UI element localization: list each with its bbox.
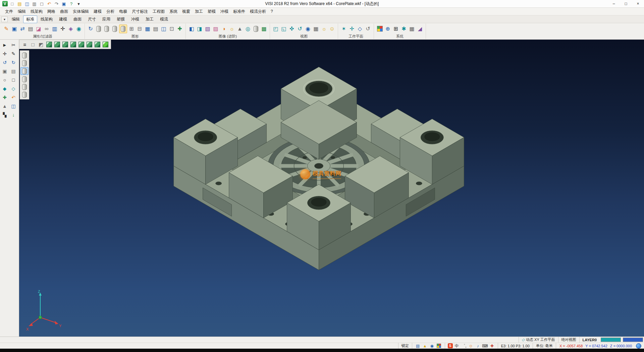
tab-machining[interactable]: 加工	[143, 15, 157, 23]
attribute-transfer-icon[interactable]: ⇄	[19, 25, 26, 33]
tab-surface[interactable]: 曲面	[70, 15, 85, 23]
menu-mold[interactable]: 塑模	[205, 8, 218, 15]
toolbar-caret-icon[interactable]: ▾	[1, 16, 8, 22]
tab-wireframe[interactable]: 线架构	[38, 15, 56, 23]
view-cube-left-icon[interactable]	[77, 41, 85, 48]
voice-input-icon[interactable]: ♪	[475, 343, 481, 348]
menu-machining[interactable]: 加工	[193, 8, 205, 15]
menu-flow-analysis[interactable]: 模流分析	[248, 8, 268, 15]
view-cube-front-icon[interactable]	[61, 41, 69, 48]
view-mode-indicator[interactable]: 绝对视图	[558, 337, 579, 343]
menu-surface[interactable]: 曲面	[58, 8, 70, 15]
color-swatch-blue[interactable]	[623, 338, 643, 342]
redo-icon[interactable]: ↷	[53, 1, 60, 7]
menu-window[interactable]: 视窗	[180, 8, 193, 15]
export-icon[interactable]: ↓	[9, 111, 17, 119]
menu-analysis[interactable]: 分析	[104, 8, 117, 15]
add-entity-icon[interactable]: ✚	[1, 94, 9, 101]
view-cube-bottom-icon[interactable]	[94, 41, 101, 48]
pick-filter-icon[interactable]: ✛	[59, 25, 66, 33]
contrast-icon[interactable]: ◑	[220, 25, 227, 33]
triangle-mesh-icon[interactable]: ▲	[1, 102, 9, 110]
layer-cylinder-icon[interactable]	[111, 25, 118, 33]
menu-mesh[interactable]: 网格	[45, 8, 58, 15]
view-cube-top-icon[interactable]	[53, 41, 61, 48]
select-arrow-icon[interactable]: ►	[1, 41, 9, 49]
surface-analysis-icon[interactable]: ◢	[416, 25, 424, 33]
preview-icon[interactable]: ◻	[38, 1, 45, 7]
render-cylinder-icon[interactable]	[252, 25, 260, 33]
view-cube-right-icon[interactable]	[69, 41, 77, 48]
grid-settings-icon[interactable]: ⊞	[392, 25, 399, 33]
workplane-new-icon[interactable]: ◇	[356, 25, 364, 33]
attribute-copy-icon[interactable]: ▣	[11, 25, 18, 33]
zoom-fit-icon[interactable]: ◱	[280, 25, 287, 33]
undo-icon[interactable]: ↶	[46, 1, 53, 7]
view-center-icon[interactable]: ◉	[304, 25, 312, 33]
hidden-line-icon[interactable]: ▲	[236, 25, 244, 33]
sketch-icon[interactable]: ✎	[9, 50, 17, 57]
tab-dimension[interactable]: 尺寸	[85, 15, 99, 23]
visi-logo-icon[interactable]	[1, 1, 8, 7]
magic-select-icon[interactable]: ◈	[67, 25, 74, 33]
menu-solid-edit[interactable]: 实体编辑	[70, 8, 91, 15]
filter-list-icon[interactable]: ▤	[27, 25, 34, 33]
print-icon[interactable]: ▥	[31, 1, 38, 7]
menu-system[interactable]: 系统	[167, 8, 180, 15]
half-render-icon[interactable]: ◨	[196, 25, 203, 33]
chinese-mode-icon[interactable]: 中	[454, 343, 460, 348]
viewport-menu-icon[interactable]: ≡	[21, 41, 29, 48]
color-grid-icon[interactable]	[376, 25, 383, 33]
tab-modeling[interactable]: 建模	[56, 15, 70, 23]
pan-icon[interactable]: ✜	[288, 25, 296, 33]
notes-icon[interactable]: ▤	[9, 68, 17, 75]
quickbar-caret-icon[interactable]: ▾	[75, 1, 82, 7]
transparency-icon[interactable]: ◎	[244, 25, 252, 33]
eraser-icon[interactable]: ◪	[35, 25, 42, 33]
solid-icon[interactable]: ◆	[1, 85, 9, 92]
texture-icon[interactable]: ▧	[204, 25, 211, 33]
zoom-window-icon[interactable]: ◰	[272, 25, 279, 33]
warning-status-icon[interactable]: ▲	[422, 343, 428, 348]
maximize-button[interactable]: □	[620, 0, 632, 7]
sogou-input-icon[interactable]: S	[448, 343, 453, 348]
layer-cylinder-icon[interactable]	[103, 25, 110, 33]
new-file-icon[interactable]: □	[9, 1, 16, 7]
tab-edit[interactable]: 编辑	[9, 15, 23, 23]
menu-modeling[interactable]: 建模	[91, 8, 104, 15]
tab-flow[interactable]: 模流	[157, 15, 171, 23]
copy-entity-icon[interactable]: ▣	[1, 68, 9, 75]
refresh-redraw-icon[interactable]: ↻	[87, 25, 94, 33]
viewport-3d[interactable]: ≡□◩ 模具资料网 Z X Y	[19, 40, 644, 337]
multi-view-icon[interactable]: ▦	[312, 25, 320, 33]
menu-wireframe[interactable]: 线架构	[28, 8, 45, 15]
close-button[interactable]: ×	[632, 0, 644, 7]
shading-icon[interactable]: ◧	[188, 25, 195, 33]
select-face-icon[interactable]: ◩	[37, 41, 45, 48]
circle-icon[interactable]: ○	[1, 76, 9, 84]
menu-standard-parts[interactable]: 标准件	[231, 8, 248, 15]
tab-mold[interactable]: 塑膜	[114, 15, 128, 23]
rect-icon[interactable]: □	[9, 76, 17, 84]
hatch-icon[interactable]: ▚	[1, 111, 9, 119]
rotate-view-icon[interactable]: ↺	[296, 25, 304, 33]
tab-die[interactable]: 冲模	[128, 15, 142, 23]
link-chain-icon[interactable]: ∞	[43, 25, 50, 33]
snap-settings-icon[interactable]: ✱	[400, 25, 408, 33]
pattern-icon[interactable]: ▩	[260, 25, 268, 33]
doc-slot-icon[interactable]	[21, 91, 28, 98]
view-cube-dynamic-icon[interactable]	[102, 41, 109, 48]
copy-icon[interactable]: ▣	[60, 1, 67, 7]
menu-drawing[interactable]: 工程图	[150, 8, 167, 15]
menu-die[interactable]: 冲模	[218, 8, 231, 15]
workplane-rotate-icon[interactable]: ↺	[364, 25, 372, 33]
clipboard-status-icon[interactable]: ▤	[415, 343, 421, 348]
menu-electrode[interactable]: 电极	[117, 8, 129, 15]
palette-status-icon[interactable]	[436, 343, 442, 348]
point-icon[interactable]: ✛	[1, 50, 9, 57]
lock-toggle[interactable]: 锁定	[398, 343, 412, 349]
filter-columns-icon[interactable]: ▥	[51, 25, 58, 33]
doc-slot-icon[interactable]	[21, 59, 28, 67]
matrix-icon[interactable]: ▦	[408, 25, 416, 33]
world-icon[interactable]: ⊕	[384, 25, 391, 33]
